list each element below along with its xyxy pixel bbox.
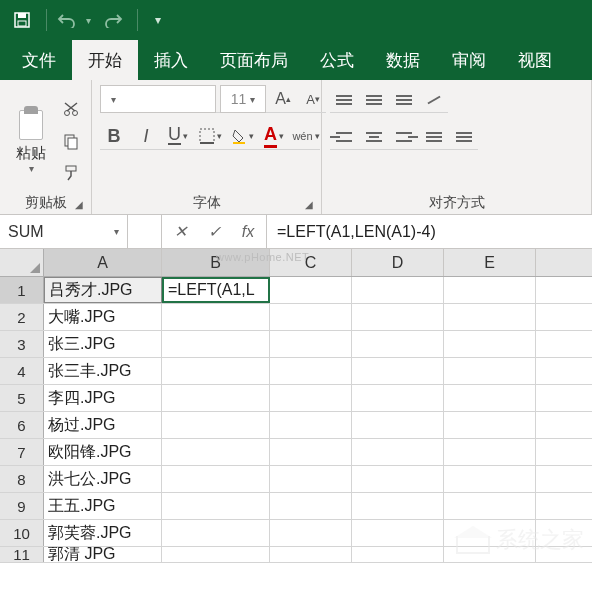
name-box[interactable]: SUM▾ bbox=[0, 215, 128, 248]
cell[interactable] bbox=[270, 493, 352, 519]
row-header[interactable]: 10 bbox=[0, 520, 44, 546]
col-header-D[interactable]: D bbox=[352, 249, 444, 276]
undo-icon[interactable] bbox=[53, 6, 81, 34]
cell[interactable] bbox=[352, 466, 444, 492]
cut-icon[interactable] bbox=[60, 98, 82, 120]
row-header[interactable]: 1 bbox=[0, 277, 44, 303]
cell[interactable] bbox=[352, 547, 444, 562]
cell[interactable] bbox=[444, 331, 536, 357]
increase-indent-icon[interactable] bbox=[450, 123, 478, 151]
cell[interactable] bbox=[352, 331, 444, 357]
cell[interactable] bbox=[270, 385, 352, 411]
paste-button[interactable]: 粘贴 ▾ bbox=[8, 94, 54, 184]
col-header-E[interactable]: E bbox=[444, 249, 536, 276]
customize-qat-icon[interactable]: ▾ bbox=[144, 6, 172, 34]
row-header[interactable]: 7 bbox=[0, 439, 44, 465]
cancel-formula-icon[interactable]: ✕ bbox=[168, 220, 192, 244]
cell[interactable] bbox=[270, 466, 352, 492]
cell[interactable] bbox=[352, 439, 444, 465]
underline-button[interactable]: U▾ bbox=[164, 122, 192, 150]
cell[interactable] bbox=[352, 520, 444, 546]
font-size-dropdown[interactable]: 11▾ bbox=[220, 85, 266, 113]
insert-function-icon[interactable]: fx bbox=[236, 220, 260, 244]
border-button[interactable]: ▾ bbox=[196, 122, 224, 150]
decrease-indent-icon[interactable] bbox=[420, 123, 448, 151]
align-center-icon[interactable] bbox=[360, 123, 388, 151]
cell[interactable]: 郭芙蓉.JPG bbox=[44, 520, 162, 546]
cell[interactable] bbox=[352, 277, 444, 303]
cell[interactable] bbox=[444, 358, 536, 384]
font-color-button[interactable]: A▾ bbox=[260, 122, 288, 150]
cell[interactable]: 张三.JPG bbox=[44, 331, 162, 357]
cell[interactable] bbox=[352, 304, 444, 330]
cell[interactable] bbox=[270, 439, 352, 465]
tab-data[interactable]: 数据 bbox=[370, 40, 436, 80]
cell[interactable] bbox=[270, 304, 352, 330]
row-header[interactable]: 3 bbox=[0, 331, 44, 357]
phonetic-button[interactable]: wén▾ bbox=[292, 122, 320, 150]
format-painter-icon[interactable] bbox=[60, 162, 82, 184]
cell[interactable]: 欧阳锋.JPG bbox=[44, 439, 162, 465]
cell[interactable] bbox=[352, 358, 444, 384]
cell[interactable] bbox=[270, 358, 352, 384]
fill-color-button[interactable]: ▾ bbox=[228, 122, 256, 150]
cell[interactable] bbox=[444, 466, 536, 492]
cell[interactable]: 李四.JPG bbox=[44, 385, 162, 411]
cell[interactable] bbox=[270, 412, 352, 438]
row-header[interactable]: 4 bbox=[0, 358, 44, 384]
cell-A1[interactable]: 吕秀才.JPG bbox=[44, 277, 162, 303]
cell[interactable] bbox=[162, 358, 270, 384]
clipboard-launcher-icon[interactable]: ◢ bbox=[75, 199, 83, 210]
cell[interactable] bbox=[270, 547, 352, 562]
cell[interactable]: 郭清 JPG bbox=[44, 547, 162, 562]
align-top-icon[interactable] bbox=[330, 86, 358, 114]
increase-font-icon[interactable]: A▴ bbox=[270, 85, 296, 113]
font-launcher-icon[interactable]: ◢ bbox=[305, 199, 313, 210]
cell[interactable] bbox=[444, 385, 536, 411]
row-header[interactable]: 9 bbox=[0, 493, 44, 519]
cell[interactable]: 王五.JPG bbox=[44, 493, 162, 519]
tab-formulas[interactable]: 公式 bbox=[304, 40, 370, 80]
align-middle-icon[interactable] bbox=[360, 86, 388, 114]
cell[interactable] bbox=[270, 277, 352, 303]
row-header[interactable]: 6 bbox=[0, 412, 44, 438]
tab-home[interactable]: 开始 bbox=[72, 40, 138, 80]
tab-pagelayout[interactable]: 页面布局 bbox=[204, 40, 304, 80]
font-name-dropdown[interactable]: ▾ bbox=[100, 85, 216, 113]
cell[interactable] bbox=[444, 304, 536, 330]
cell[interactable] bbox=[162, 304, 270, 330]
tab-review[interactable]: 审阅 bbox=[436, 40, 502, 80]
cell[interactable] bbox=[162, 439, 270, 465]
cell[interactable] bbox=[270, 520, 352, 546]
cell[interactable] bbox=[352, 412, 444, 438]
save-icon[interactable] bbox=[8, 6, 36, 34]
select-all-corner[interactable] bbox=[0, 249, 44, 276]
cell[interactable]: 大嘴.JPG bbox=[44, 304, 162, 330]
align-left-icon[interactable] bbox=[330, 123, 358, 151]
orientation-icon[interactable] bbox=[420, 86, 448, 114]
cell[interactable]: 张三丰.JPG bbox=[44, 358, 162, 384]
enter-formula-icon[interactable]: ✓ bbox=[202, 220, 226, 244]
row-header[interactable]: 2 bbox=[0, 304, 44, 330]
cell[interactable] bbox=[352, 385, 444, 411]
align-right-icon[interactable] bbox=[390, 123, 418, 151]
cell[interactable] bbox=[444, 412, 536, 438]
bold-button[interactable]: B bbox=[100, 122, 128, 150]
cell[interactable]: 杨过.JPG bbox=[44, 412, 162, 438]
cell[interactable] bbox=[162, 412, 270, 438]
row-header[interactable]: 5 bbox=[0, 385, 44, 411]
cell[interactable] bbox=[162, 466, 270, 492]
row-header[interactable]: 8 bbox=[0, 466, 44, 492]
undo-dropdown-icon[interactable]: ▾ bbox=[81, 6, 95, 34]
redo-icon[interactable] bbox=[99, 6, 127, 34]
tab-view[interactable]: 视图 bbox=[502, 40, 568, 80]
cell[interactable] bbox=[162, 520, 270, 546]
cell[interactable] bbox=[444, 277, 536, 303]
cell[interactable] bbox=[162, 493, 270, 519]
col-header-A[interactable]: A bbox=[44, 249, 162, 276]
cell[interactable]: 洪七公.JPG bbox=[44, 466, 162, 492]
tab-insert[interactable]: 插入 bbox=[138, 40, 204, 80]
cell[interactable] bbox=[162, 385, 270, 411]
cell[interactable] bbox=[352, 493, 444, 519]
tab-file[interactable]: 文件 bbox=[6, 40, 72, 80]
